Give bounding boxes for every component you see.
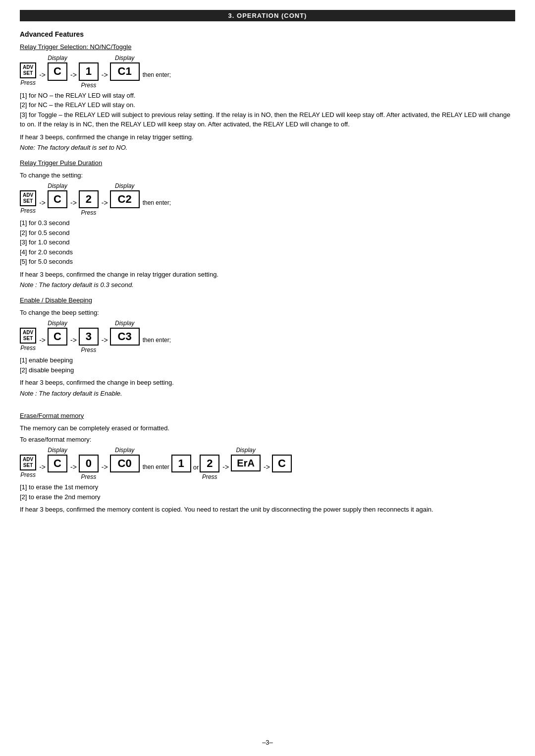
beeping-press-2: Press <box>81 347 96 353</box>
erase-format-section: Erase/Format memory The memory can be co… <box>20 412 515 515</box>
pulse-list-5: [5] for 5.0 seconds <box>20 257 515 267</box>
relay-note-3: [3] for Toggle – the RELAY LED will subj… <box>20 110 515 129</box>
relay-confirmed: If hear 3 beeps, confirmed the change in… <box>20 132 515 142</box>
display-c-box-1: C <box>48 62 67 81</box>
then-enter-1: then enter; <box>143 64 171 78</box>
erase-display-c-box: C <box>48 455 67 473</box>
pulse-list-1: [1] for 0.3 second <box>20 218 515 228</box>
erase-press-2: Press <box>81 473 96 480</box>
press-label-1: Press <box>20 79 36 86</box>
pulse-arrow-3: -> <box>102 192 108 207</box>
erase-display-2-col: 2 Press <box>200 447 219 481</box>
relay-trigger-selection-title: Relay Trigger Selection: NO/NC/Toggle <box>20 43 515 51</box>
beeping-display-c3-box: C3 <box>110 328 140 346</box>
pulse-press-1: Press <box>20 207 36 214</box>
beeping-display-c-box: C <box>48 328 67 346</box>
erase-display-label-1: Display <box>48 447 67 454</box>
relay-trigger-step-row: ADVSET Press -> Display C -> 1 Press -> … <box>20 55 515 89</box>
erase-list-2: [2] to erase the 2nd memory <box>20 492 515 502</box>
pulse-display-2-col: 2 Press <box>79 182 99 217</box>
display-c1-col: Display C1 <box>110 55 140 89</box>
pulse-press-2: Press <box>81 209 96 216</box>
adv-set-btn-3[interactable]: ADVSET <box>20 328 36 344</box>
header-title: 3. OPERATION (CONT) <box>228 12 307 19</box>
pulse-display-c2-box: C2 <box>110 190 140 209</box>
pulse-list-3: [3] for 1.0 second <box>20 237 515 247</box>
erase-format-title: Erase/Format memory <box>20 412 515 419</box>
adv-set-col-4: ADVSET Press <box>20 447 36 478</box>
press-label-2: Press <box>81 82 96 89</box>
relay-note-1: [1] for NO – the RELAY LED will stay off… <box>20 91 515 101</box>
pulse-list-2: [2] for 0.5 second <box>20 228 515 238</box>
erase-list-1: [1] to erase the 1st memory <box>20 482 515 492</box>
display-1-box: 1 <box>79 62 99 81</box>
erase-display-c0-box: C0 <box>110 455 140 473</box>
erase-display-1-box: 1 <box>171 455 191 473</box>
beeping-then-enter: then enter; <box>143 330 171 344</box>
advanced-features-title: Advanced Features <box>20 30 515 38</box>
display-c-col-1: Display C <box>48 55 67 89</box>
erase-then-enter: then enter <box>143 457 169 470</box>
erase-display-1-col: 1 <box>171 447 191 481</box>
beeping-display-label-2: Display <box>115 320 134 327</box>
erase-arrow-1: -> <box>39 456 46 471</box>
erase-display-label-2: Display <box>115 447 134 454</box>
beeping-arrow-2: -> <box>70 329 77 344</box>
beeping-display-c-col: Display C <box>48 320 67 354</box>
pulse-note-default: Note : The factory default is 0.3 second… <box>20 281 515 289</box>
display-c1-box: C1 <box>110 62 140 81</box>
adv-set-btn-2[interactable]: ADVSET <box>20 190 36 206</box>
arrow-2: -> <box>70 64 77 79</box>
beeping-display-c3-col: Display C3 <box>110 320 140 354</box>
beeping-to-change: To change the beep setting: <box>20 308 515 318</box>
adv-set-btn-4[interactable]: ADVSET <box>20 455 36 470</box>
pulse-list-4: [4] for 2.0 seconds <box>20 247 515 257</box>
or-text: or <box>193 457 199 471</box>
adv-set-col-3: ADVSET Press <box>20 320 36 351</box>
display-label-1: Display <box>48 55 67 61</box>
relay-trigger-pulse-title: Relay Trigger Pulse Duration <box>20 159 515 167</box>
erase-confirmed: If hear 3 beeps, confirmed the memory co… <box>20 505 515 515</box>
beeping-display-3-box: 3 <box>79 328 99 346</box>
beeping-list-1: [1] enable beeping <box>20 355 515 365</box>
adv-set-btn-1[interactable]: ADVSET <box>20 62 36 78</box>
erase-press-3: Press <box>202 473 217 480</box>
arrow-1: -> <box>39 64 46 79</box>
pulse-display-c-col: Display C <box>48 182 67 217</box>
pulse-arrow-1: -> <box>39 192 46 207</box>
page-number: –3– <box>0 739 535 746</box>
enable-disable-beeping-section: Enable / Disable Beeping To change the b… <box>20 296 515 397</box>
erase-arrow-3: -> <box>102 456 108 471</box>
erase-display-c-end-col: C <box>272 447 292 481</box>
relay-trigger-selection-section: Relay Trigger Selection: NO/NC/Toggle AD… <box>20 43 515 151</box>
erase-display-era-box: ErA <box>231 455 261 471</box>
erase-display-0-box: 0 <box>79 455 99 473</box>
pulse-display-c-box: C <box>48 190 67 209</box>
page: 3. OPERATION (CONT) Advanced Features Re… <box>0 0 535 756</box>
beeping-note-default: Note : The factory default is Enable. <box>20 390 515 397</box>
beeping-step-row: ADVSET Press -> Display C -> 3 Press -> … <box>20 320 515 354</box>
pulse-confirmed: If hear 3 beeps, confirmed the change in… <box>20 270 515 280</box>
display-1-col: 1 Press <box>79 55 99 89</box>
erase-to-erase: To erase/format memory: <box>20 435 515 445</box>
beeping-title: Enable / Disable Beeping <box>20 296 515 304</box>
pulse-arrow-2: -> <box>70 192 77 207</box>
erase-display-c0-col: Display C0 <box>110 447 140 481</box>
erase-display-c-end-box: C <box>272 455 292 473</box>
arrow-3: -> <box>102 64 108 79</box>
erase-arrow-2: -> <box>70 456 77 471</box>
pulse-display-c2-col: Display C2 <box>110 182 140 217</box>
erase-display-0-col: 0 Press <box>79 447 99 481</box>
adv-set-col-1: ADVSET Press <box>20 55 36 86</box>
pulse-display-label-1: Display <box>48 182 67 189</box>
display-label-2: Display <box>115 55 134 61</box>
relay-note-2: [2] for NC – the RELAY LED will stay on. <box>20 100 515 110</box>
header-bar: 3. OPERATION (CONT) <box>20 10 515 21</box>
beeping-display-3-col: 3 Press <box>79 320 99 354</box>
beeping-list-2: [2] disable beeping <box>20 365 515 375</box>
erase-step-row: ADVSET Press -> Display C -> 0 Press -> … <box>20 447 515 481</box>
pulse-display-2-box: 2 <box>79 190 99 209</box>
erase-description: The memory can be completely erased or f… <box>20 423 515 433</box>
pulse-to-change: To change the setting: <box>20 171 515 180</box>
erase-display-era-col: Display ErA <box>231 447 261 479</box>
